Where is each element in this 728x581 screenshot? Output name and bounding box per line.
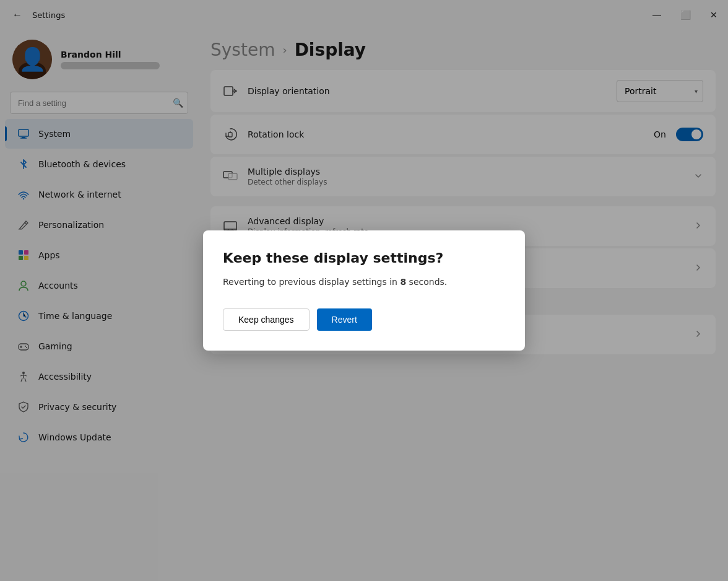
dialog-overlay: Keep these display settings? Reverting t…: [0, 0, 728, 581]
dialog-message: Reverting to previous display settings i…: [223, 276, 505, 289]
dialog-title: Keep these display settings?: [223, 250, 505, 266]
revert-button[interactable]: Revert: [317, 308, 372, 331]
dialog-message-suffix: seconds.: [406, 277, 447, 287]
dialog-countdown: 8: [400, 277, 406, 287]
keep-changes-button[interactable]: Keep changes: [223, 308, 310, 331]
dialog-message-prefix: Reverting to previous display settings i…: [223, 277, 400, 287]
dialog-buttons: Keep changes Revert: [223, 308, 505, 331]
dialog: Keep these display settings? Reverting t…: [203, 230, 525, 351]
